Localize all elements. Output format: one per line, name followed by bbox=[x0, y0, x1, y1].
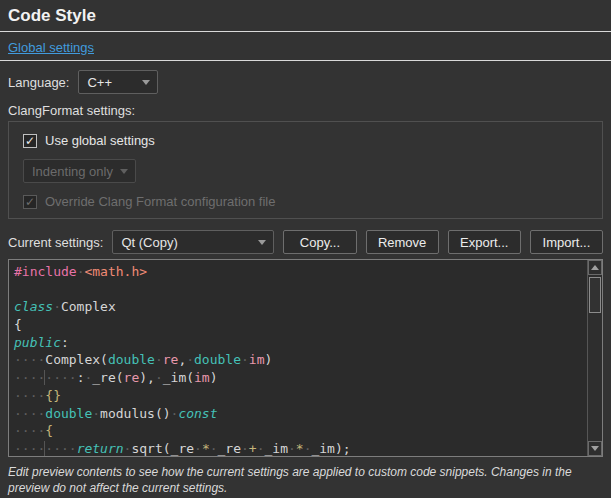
code-line: ····{ bbox=[14, 422, 582, 440]
export-button[interactable]: Export... bbox=[448, 230, 521, 254]
import-button[interactable]: Import... bbox=[530, 230, 603, 254]
override-clangformat-checkbox: ✓ bbox=[23, 195, 37, 209]
code-line: #include·<math.h> bbox=[14, 263, 582, 281]
scrollbar-thumb[interactable] bbox=[589, 277, 601, 313]
code-line: ····{} bbox=[14, 387, 582, 405]
current-settings-label: Current settings: bbox=[8, 235, 103, 250]
page-title: Code Style bbox=[8, 6, 603, 26]
code-line: ····Complex(double·re,·double·im) bbox=[14, 351, 582, 369]
scroll-up-button[interactable] bbox=[588, 260, 602, 275]
copy-button[interactable]: Copy... bbox=[283, 230, 356, 254]
clangformat-section-label: ClangFormat settings: bbox=[8, 103, 603, 118]
code-line: ········return·sqrt(_re·*·_re·+·_im·*·_i… bbox=[14, 440, 582, 457]
global-settings-row: Global settings bbox=[8, 38, 603, 56]
use-global-settings-checkbox[interactable]: ✓ bbox=[23, 134, 37, 148]
language-select[interactable]: C++ bbox=[78, 70, 158, 94]
footnote-text: Edit preview contents to see how the cur… bbox=[8, 464, 603, 496]
scroll-down-button[interactable] bbox=[588, 441, 602, 456]
triangle-down-icon bbox=[591, 446, 599, 451]
code-line bbox=[14, 281, 582, 299]
remove-button[interactable]: Remove bbox=[366, 230, 439, 254]
current-settings-select[interactable]: Qt (Copy) bbox=[112, 230, 274, 254]
chevron-down-icon bbox=[142, 80, 150, 85]
code-line: ····double·modulus()·const bbox=[14, 405, 582, 423]
chevron-down-icon bbox=[258, 240, 266, 245]
indenting-mode-selected-value: Indenting only bbox=[32, 164, 113, 179]
title-separator bbox=[0, 31, 611, 32]
code-line: public: bbox=[14, 334, 582, 352]
current-settings-row: Current settings: Qt (Copy) Copy... Remo… bbox=[8, 230, 603, 254]
override-clangformat-checkbox-row: ✓ Override Clang Format configuration fi… bbox=[23, 194, 588, 209]
link-separator bbox=[0, 60, 611, 61]
code-style-settings-page: Code Style Global settings Language: C++… bbox=[0, 0, 611, 498]
use-global-settings-label: Use global settings bbox=[45, 133, 155, 148]
editor-scrollbar[interactable] bbox=[587, 260, 602, 456]
code-line: ········:·_re(re),·_im(im) bbox=[14, 369, 582, 387]
chevron-down-icon bbox=[120, 169, 128, 174]
code-preview-editor[interactable]: #include·<math.h> class·Complex{public:·… bbox=[8, 259, 603, 457]
spacer bbox=[23, 183, 588, 194]
code-line: { bbox=[14, 316, 582, 334]
clangformat-groupbox: ✓ Use global settings Indenting only ✓ O… bbox=[8, 121, 603, 219]
global-settings-link[interactable]: Global settings bbox=[8, 40, 94, 55]
code-line: class·Complex bbox=[14, 298, 582, 316]
spacer bbox=[23, 148, 588, 159]
language-label: Language: bbox=[8, 75, 69, 90]
code-area: #include·<math.h> class·Complex{public:·… bbox=[9, 260, 602, 457]
override-clangformat-label: Override Clang Format configuration file bbox=[45, 194, 276, 209]
language-row: Language: C++ bbox=[8, 70, 603, 94]
use-global-settings-checkbox-row: ✓ Use global settings bbox=[23, 133, 588, 148]
triangle-up-icon bbox=[591, 265, 599, 270]
current-settings-selected-value: Qt (Copy) bbox=[121, 235, 177, 250]
language-selected-value: C++ bbox=[87, 75, 112, 90]
indenting-mode-select: Indenting only bbox=[23, 159, 136, 183]
